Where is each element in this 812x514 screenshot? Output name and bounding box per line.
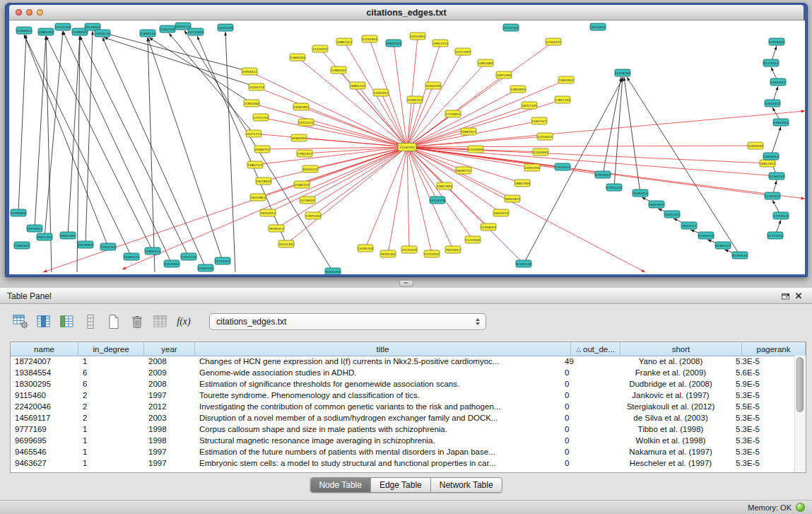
graph-node[interactable]: 16204121 — [302, 165, 318, 173]
graph-node[interactable]: 25731204 — [55, 23, 71, 30]
graph-node[interactable]: 12104371 — [546, 38, 561, 45]
graph-node[interactable]: 18957504 — [514, 180, 530, 187]
graph-node[interactable]: 17857105 — [555, 96, 570, 103]
graph-node[interactable]: 72044013 — [555, 163, 570, 170]
graph-node[interactable]: 59051350 — [37, 233, 52, 240]
graph-node[interactable]: 14195310 — [358, 245, 373, 252]
graph-node[interactable]: 16861412 — [336, 38, 352, 45]
graph-node[interactable]: 18495712 — [456, 167, 471, 174]
column-header-pagerank[interactable]: pagerank — [742, 342, 806, 356]
graph-node[interactable]: 12160254 — [769, 173, 784, 180]
graph-node[interactable]: 21831564 — [244, 100, 259, 107]
graph-node[interactable]: 24360121 — [124, 253, 139, 260]
import-table-button[interactable] — [151, 313, 170, 331]
column-header-year[interactable]: year — [144, 342, 195, 356]
graph-node[interactable]: 92450132 — [732, 252, 748, 259]
tab-edge-table[interactable]: Edge Table — [371, 478, 431, 492]
tab-node-table[interactable]: Node Table — [310, 478, 371, 492]
table-scrollbar[interactable] — [794, 356, 806, 472]
table-row[interactable]: 2242004622012Investigating the contribut… — [11, 401, 795, 412]
graph-node[interactable]: 92450148 — [516, 260, 531, 267]
graph-node[interactable]: 11254910 — [362, 35, 377, 42]
graph-node[interactable]: 10697427 — [461, 128, 476, 135]
window-titlebar[interactable]: citations_edges.txt — [9, 5, 804, 21]
table-row[interactable]: 977716911998Corpus callosum shape and si… — [11, 424, 795, 435]
graph-node[interactable]: 13201612 — [373, 89, 389, 96]
graph-node[interactable]: 12558043 — [481, 223, 496, 230]
graph-node[interactable]: 59051392 — [60, 232, 76, 239]
graph-node[interactable]: 76194411 — [269, 225, 284, 232]
graph-node[interactable]: 21220431 — [312, 45, 328, 52]
table-row[interactable]: 1938455462009Genome-wide association stu… — [11, 367, 795, 378]
table-row[interactable]: 1830029562008Estimation of significance … — [11, 378, 795, 390]
graph-node[interactable]: 92775013 — [763, 59, 779, 66]
graph-node[interactable]: 17718021 — [445, 110, 461, 117]
graph-node[interactable]: 23552104 — [100, 243, 116, 250]
graph-node[interactable]: 23867121 — [247, 161, 263, 168]
graph-node[interactable]: 13216094 — [468, 146, 483, 153]
graph-node[interactable]: 25260650 — [11, 209, 26, 216]
graph-node[interactable]: 11607427 — [531, 117, 547, 124]
row-options-button[interactable] — [81, 313, 100, 331]
graph-node[interactable]: 24431209 — [218, 24, 233, 31]
delete-table-button[interactable] — [128, 313, 146, 331]
column-header-short[interactable]: short — [620, 342, 742, 356]
scrollbar-thumb[interactable] — [796, 357, 804, 412]
graph-node[interactable]: 15233041 — [465, 236, 481, 243]
graph-node[interactable]: 12217097 — [455, 48, 471, 55]
graph-node[interactable]: 25918412 — [242, 68, 257, 75]
graph-node[interactable]: 25135903 — [188, 28, 204, 35]
graph-node[interactable]: 24204724 — [249, 83, 264, 90]
graph-node[interactable]: 25466012 — [16, 27, 32, 34]
graph-node[interactable]: 74850932 — [558, 76, 574, 83]
graph-node[interactable]: 74850931 — [510, 86, 526, 93]
graph-node[interactable]: 92450121 — [715, 242, 731, 249]
graph-node[interactable]: 22060341 — [331, 66, 346, 74]
graph-node[interactable]: 19613721 — [433, 40, 448, 47]
graph-node[interactable]: 19361901 — [293, 103, 309, 110]
graph-node[interactable]: 15724104 — [503, 24, 519, 31]
memory-status-light[interactable] — [796, 503, 805, 512]
graph-node[interactable]: 25135920 — [215, 257, 230, 264]
graph-node[interactable]: 17903312 — [297, 150, 312, 157]
close-panel-button[interactable]: ✕ — [792, 290, 805, 303]
graph-node[interactable]: 15134578 — [430, 197, 445, 204]
graph-node[interactable]: 22751734 — [253, 114, 269, 121]
new-table-button[interactable] — [105, 313, 123, 331]
graph-node[interactable]: 16649103 — [386, 40, 401, 47]
minimize-button[interactable] — [26, 9, 33, 16]
graph-node[interactable]: 24275712 — [246, 130, 261, 137]
graph-node[interactable]: 15581243 — [407, 96, 423, 103]
column-header-name[interactable]: name — [11, 342, 78, 356]
graph-node[interactable]: 76151402 — [278, 240, 294, 247]
graph-node[interactable]: 92450110 — [698, 232, 714, 239]
graph-node[interactable]: 16812043 — [760, 160, 775, 167]
graph-node[interactable]: 11852043 — [773, 119, 789, 126]
float-panel-button[interactable] — [779, 290, 792, 303]
graph-node[interactable]: 15958104 — [748, 142, 763, 149]
graph-node[interactable]: 16801213 — [350, 82, 365, 89]
graph-node[interactable]: 10846013 — [763, 153, 779, 160]
graph-node[interactable]: 76191402 — [380, 250, 396, 257]
graph-node[interactable]: 15134410 — [401, 246, 417, 253]
table-row[interactable]: 946554611997Estimation of the future num… — [11, 446, 795, 457]
graph-node[interactable]: 76253012 — [445, 246, 461, 253]
table-row[interactable]: 1456911722003Disruption of a novel membe… — [11, 412, 795, 424]
table-row[interactable]: 1872400712008Changes of HCN gene express… — [11, 356, 795, 367]
network-svg[interactable]: 2591841224204724218315642275173424275712… — [9, 21, 805, 274]
graph-node[interactable]: 67919012 — [595, 171, 611, 178]
graph-node[interactable]: 23552120 — [181, 253, 196, 260]
graph-node[interactable]: 20576912 — [27, 225, 42, 232]
graph-node[interactable]: 13216412 — [537, 133, 553, 140]
graph-node[interactable]: 20576930 — [78, 241, 93, 248]
graph-node[interactable]: 19860391 — [38, 28, 54, 35]
select-rows-button[interactable] — [58, 313, 76, 331]
tab-network-table[interactable]: Network Table — [431, 478, 502, 492]
graph-node[interactable]: 76254012 — [260, 209, 276, 216]
network-canvas[interactable]: 2591841224204724218315642275173424275712… — [9, 21, 805, 274]
graph-node[interactable]: 67910431 — [606, 184, 622, 191]
graph-node[interactable]: 21542105 — [160, 25, 175, 33]
graph-node[interactable]: 20576942 — [164, 260, 180, 267]
graph-node[interactable]: 25606153 — [145, 247, 160, 255]
graph-node[interactable]: 20360712 — [254, 146, 270, 153]
